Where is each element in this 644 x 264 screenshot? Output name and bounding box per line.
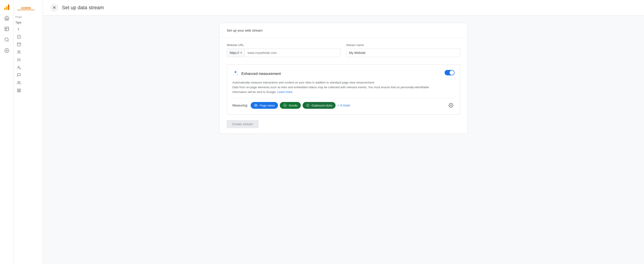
svg-point-3 [5, 38, 8, 41]
chip-scrolls[interactable]: Scrolls [280, 102, 301, 109]
stream-name-label: Stream name [346, 43, 460, 47]
svg-rect-22 [18, 89, 18, 90]
left-panel: ADMIN Prope Tigre [14, 0, 43, 264]
svg-point-10 [18, 50, 19, 52]
cursor-icon [306, 103, 310, 107]
left-group-item[interactable] [15, 79, 22, 86]
web-stream-label: Set up your web stream [227, 28, 262, 32]
section-divider [232, 98, 454, 98]
sidebar-home-icon[interactable] [2, 13, 11, 22]
property-name: Tigre [14, 20, 43, 25]
enhanced-content: Enhanced measurement Automatically measu… [232, 70, 444, 94]
svg-point-29 [450, 105, 452, 106]
close-icon: ✕ [52, 5, 56, 10]
dialog-header: ✕ Set up data stream [43, 0, 644, 15]
svg-point-26 [256, 105, 256, 106]
form-row: Website URL https:// ▾ Stream name [227, 43, 460, 57]
more-link[interactable]: + 4 more [337, 104, 350, 107]
svg-point-5 [4, 48, 8, 52]
svg-point-21 [18, 81, 19, 83]
left-people-item[interactable] [15, 48, 22, 56]
url-prefix-dropdown[interactable]: https:// ▾ [227, 49, 245, 57]
url-input-group: https:// ▾ [227, 48, 341, 57]
left-apps-item[interactable] [15, 87, 22, 94]
eye-icon [254, 103, 258, 107]
measuring-settings-button[interactable] [447, 102, 454, 109]
measuring-chips: Page views Scrolls [251, 102, 350, 109]
measuring-row: Measuring: Page views [232, 102, 454, 109]
enhanced-title-row: Enhanced measurement [232, 70, 444, 78]
svg-point-15 [18, 60, 18, 60]
sidebar [0, 0, 14, 264]
close-button[interactable]: ✕ [50, 3, 58, 12]
property-label: Prope [14, 14, 43, 20]
measuring-label: Measuring: [232, 104, 248, 107]
svg-point-18 [20, 68, 20, 69]
toggle-check-icon: ✓ [452, 71, 454, 74]
enhanced-header: Enhanced measurement Automatically measu… [232, 70, 454, 94]
svg-point-16 [18, 61, 18, 61]
svg-point-6 [6, 50, 8, 51]
analytics-logo [2, 3, 12, 12]
left-panel-items [14, 33, 43, 94]
card-header: Set up your web stream [220, 23, 468, 38]
svg-point-17 [18, 66, 20, 67]
learn-more-link[interactable]: Learn more [277, 90, 292, 94]
left-checkbox-item[interactable] [15, 33, 22, 40]
main-content: ✕ Set up data stream Set up your web str… [43, 0, 644, 264]
sidebar-advertising-icon[interactable] [2, 46, 11, 55]
enhanced-measurement-section: Enhanced measurement Automatically measu… [227, 64, 460, 115]
chevron-down-icon: ▾ [240, 51, 242, 54]
name-form-group: Stream name [346, 43, 460, 57]
chip-scrolls-label: Scrolls [289, 104, 298, 107]
svg-rect-24 [18, 91, 18, 92]
svg-rect-23 [20, 89, 20, 90]
left-list-item[interactable] [15, 56, 22, 63]
logo-bars [4, 4, 9, 10]
chip-page-views-label: Page views [260, 104, 274, 107]
svg-rect-8 [18, 43, 21, 46]
chip-outbound-clicks[interactable]: Outbound clicks [302, 102, 336, 109]
dialog-body: Set up your web stream Website URL https… [43, 15, 644, 264]
left-flag-item[interactable] [15, 71, 22, 79]
setup-card: Set up your web stream Website URL https… [219, 23, 468, 134]
enhanced-title: Enhanced measurement [242, 72, 281, 76]
create-stream-button[interactable]: Create stream [227, 120, 258, 128]
svg-rect-25 [20, 91, 20, 92]
left-window-item[interactable] [15, 41, 22, 48]
chip-page-views[interactable]: Page views [251, 102, 278, 109]
card-body: Website URL https:// ▾ Stream name [220, 38, 468, 134]
enhanced-description-2: Data from on-page elements such as links… [232, 85, 436, 95]
enhanced-description-1: Automatically measure interactions and c… [232, 80, 436, 85]
url-form-group: Website URL https:// ▾ [227, 43, 341, 57]
stream-name-input[interactable] [346, 48, 460, 57]
svg-line-4 [8, 41, 8, 41]
toggle-slider: ✓ [444, 70, 454, 75]
logo-bar-3 [8, 4, 9, 10]
toggle-container: ✓ [444, 70, 454, 76]
sparkle-icon [232, 70, 239, 78]
sidebar-reports-icon[interactable] [2, 24, 11, 33]
svg-rect-0 [5, 27, 8, 31]
scroll-icon [283, 103, 287, 107]
chip-outbound-clicks-label: Outbound clicks [312, 104, 332, 107]
logo-bar-2 [6, 6, 8, 10]
url-label: Website URL [227, 43, 341, 47]
left-person-search-item[interactable] [15, 64, 22, 71]
url-prefix-text: https:// [230, 51, 239, 55]
admin-tab[interactable]: ADMIN [17, 3, 34, 10]
url-input[interactable] [245, 49, 340, 57]
dialog-title: Set up data stream [62, 5, 104, 10]
svg-point-14 [18, 59, 18, 59]
back-button[interactable] [14, 25, 43, 33]
sidebar-explore-icon[interactable] [2, 35, 11, 44]
enhanced-toggle[interactable]: ✓ [444, 70, 454, 75]
logo-bar-1 [4, 8, 6, 10]
